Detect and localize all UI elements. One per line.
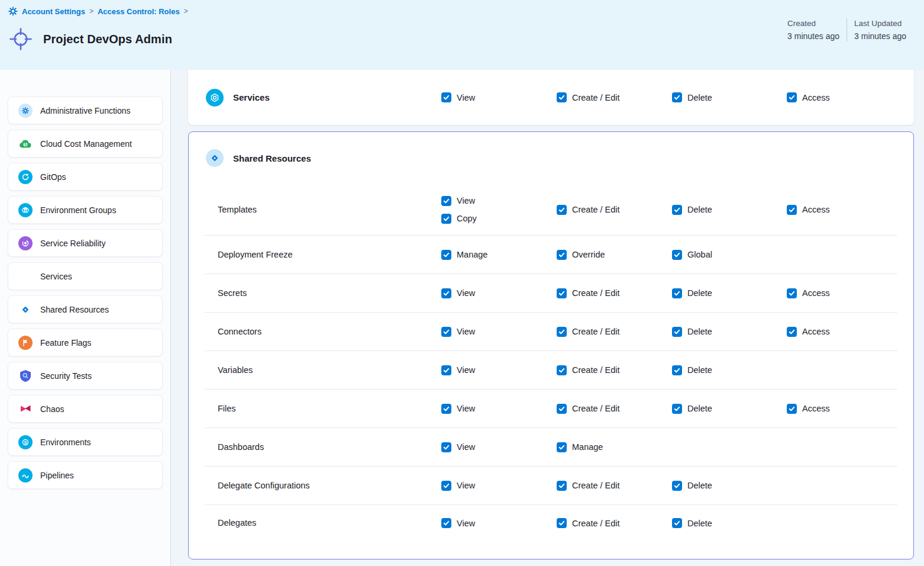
sidebar-item-label: Shared Resources <box>40 305 109 314</box>
permission-checkbox-override[interactable]: Override <box>557 250 672 260</box>
permission-checkbox-view[interactable]: View <box>441 196 557 206</box>
checkbox-checked-icon[interactable] <box>441 92 451 102</box>
permission-checkbox-delete[interactable]: Delete <box>672 288 787 298</box>
permission-checkbox-view[interactable]: View <box>441 92 557 102</box>
permission-checkbox-create-edit[interactable]: Create / Edit <box>557 518 672 528</box>
sidebar-item-gitops[interactable]: GitOps <box>8 163 163 191</box>
page-title: Project DevOps Admin <box>43 33 172 46</box>
sidebar-item-service-reliability[interactable]: Service Reliability <box>8 229 163 257</box>
permission-checkbox-view[interactable]: View <box>441 404 557 414</box>
checkbox-checked-icon[interactable] <box>441 365 451 375</box>
checkbox-label: Delete <box>687 481 712 490</box>
checkbox-checked-icon[interactable] <box>672 404 682 414</box>
permission-checkbox-create-edit[interactable]: Create / Edit <box>557 365 672 375</box>
sidebar-item-services[interactable]: Services <box>8 262 163 290</box>
permission-checkbox-access[interactable]: Access <box>787 92 914 102</box>
checkbox-checked-icon[interactable] <box>787 205 797 215</box>
permission-checkbox-view[interactable]: View <box>441 327 557 337</box>
checkbox-checked-icon[interactable] <box>557 518 567 528</box>
sidebar-item-pipelines[interactable]: Pipelines <box>8 461 163 489</box>
checkbox-checked-icon[interactable] <box>557 288 567 298</box>
sidebar-item-administrative-functions[interactable]: Administrative Functions <box>8 97 163 124</box>
checkbox-checked-icon[interactable] <box>441 288 451 298</box>
checkbox-checked-icon[interactable] <box>672 250 682 260</box>
checkbox-checked-icon[interactable] <box>787 288 797 298</box>
sidebar-item-shared-resources[interactable]: Shared Resources <box>8 295 163 323</box>
checkbox-checked-icon[interactable] <box>557 442 567 452</box>
checkbox-checked-icon[interactable] <box>787 92 797 102</box>
permission-checkbox-access[interactable]: Access <box>787 327 897 337</box>
permission-checkbox-view[interactable]: View <box>441 288 557 298</box>
checkbox-checked-icon[interactable] <box>441 481 451 491</box>
permission-checkbox-delete[interactable]: Delete <box>672 327 787 337</box>
checkbox-checked-icon[interactable] <box>557 327 567 337</box>
permission-checkbox-create-edit[interactable]: Create / Edit <box>557 327 672 337</box>
permission-checkbox-manage[interactable]: Manage <box>557 442 672 452</box>
resource-label: Secrets <box>205 288 441 298</box>
permission-cell: Access <box>787 92 914 102</box>
checkbox-checked-icon[interactable] <box>672 92 682 102</box>
permission-checkbox-create-edit[interactable]: Create / Edit <box>557 205 672 215</box>
permission-checkbox-create-edit[interactable]: Create / Edit <box>557 92 672 102</box>
permission-checkbox-delete[interactable]: Delete <box>672 481 787 491</box>
sidebar-item-cloud-cost-management[interactable]: $Cloud Cost Management <box>8 130 163 157</box>
permission-cell: Delete <box>672 288 787 298</box>
checkbox-checked-icon[interactable] <box>441 327 451 337</box>
permission-checkbox-create-edit[interactable]: Create / Edit <box>557 404 672 414</box>
sidebar-item-feature-flags[interactable]: Feature Flags <box>8 329 163 356</box>
permission-cell: View <box>441 327 557 337</box>
permission-checkbox-delete[interactable]: Delete <box>672 404 787 414</box>
checkbox-checked-icon[interactable] <box>557 404 567 414</box>
checkbox-checked-icon[interactable] <box>441 214 451 224</box>
permission-checkbox-view[interactable]: View <box>441 518 557 528</box>
checkbox-checked-icon[interactable] <box>441 250 451 260</box>
permission-checkbox-view[interactable]: View <box>441 365 557 375</box>
sidebar-item-security-tests[interactable]: Security Tests <box>8 362 163 390</box>
permission-checkbox-delete[interactable]: Delete <box>672 92 787 102</box>
checkbox-checked-icon[interactable] <box>557 250 567 260</box>
checkbox-checked-icon[interactable] <box>672 518 682 528</box>
permission-checkbox-access[interactable]: Access <box>787 288 897 298</box>
shared-resources-permission-card: Shared Resources TemplatesViewCopyCreate… <box>188 131 914 559</box>
checkbox-checked-icon[interactable] <box>557 365 567 375</box>
checkbox-checked-icon[interactable] <box>441 404 451 414</box>
permission-checkbox-delete[interactable]: Delete <box>672 205 787 215</box>
permissions-panel: Services ViewCreate / EditDeleteAccess S… <box>172 70 924 566</box>
permission-cell: Access <box>787 404 897 414</box>
checkbox-checked-icon[interactable] <box>787 327 797 337</box>
checkbox-checked-icon[interactable] <box>672 365 682 375</box>
permission-checkbox-view[interactable]: View <box>441 481 557 491</box>
checkbox-checked-icon[interactable] <box>672 327 682 337</box>
checkbox-checked-icon[interactable] <box>672 481 682 491</box>
checkbox-checked-icon[interactable] <box>557 481 567 491</box>
checkbox-checked-icon[interactable] <box>441 196 451 206</box>
permission-checkbox-access[interactable]: Access <box>787 205 897 215</box>
permission-cell: View <box>441 288 557 298</box>
checkbox-checked-icon[interactable] <box>557 92 567 102</box>
checkbox-checked-icon[interactable] <box>672 288 682 298</box>
permission-checkbox-view[interactable]: View <box>441 442 557 452</box>
sidebar-item-environment-groups[interactable]: Environment Groups <box>8 196 163 224</box>
permission-checkbox-global[interactable]: Global <box>672 250 787 260</box>
checkbox-label: Delete <box>687 404 712 413</box>
service-reliability-icon <box>18 236 33 250</box>
permission-checkbox-delete[interactable]: Delete <box>672 518 787 528</box>
breadcrumb-account-settings[interactable]: Account Settings <box>22 7 85 16</box>
checkbox-checked-icon[interactable] <box>441 442 451 452</box>
permission-checkbox-manage[interactable]: Manage <box>441 250 557 260</box>
checkbox-checked-icon[interactable] <box>441 518 451 528</box>
permission-checkbox-access[interactable]: Access <box>787 404 897 414</box>
checkbox-checked-icon[interactable] <box>672 205 682 215</box>
breadcrumb-access-control-roles[interactable]: Access Control: Roles <box>98 7 180 16</box>
permission-checkbox-delete[interactable]: Delete <box>672 365 787 375</box>
checkbox-label: Delete <box>687 288 712 298</box>
permission-checkbox-copy[interactable]: Copy <box>441 214 557 224</box>
permission-checkbox-create-edit[interactable]: Create / Edit <box>557 288 672 298</box>
sidebar-item-chaos[interactable]: Chaos <box>8 395 163 423</box>
sidebar-item-environments[interactable]: SEnvironments <box>8 428 163 456</box>
checkbox-checked-icon[interactable] <box>557 205 567 215</box>
resource-label: Delegates <box>205 518 441 528</box>
permission-checkbox-create-edit[interactable]: Create / Edit <box>557 481 672 491</box>
breadcrumb: Account Settings > Access Control: Roles… <box>8 7 188 16</box>
checkbox-checked-icon[interactable] <box>787 404 797 414</box>
